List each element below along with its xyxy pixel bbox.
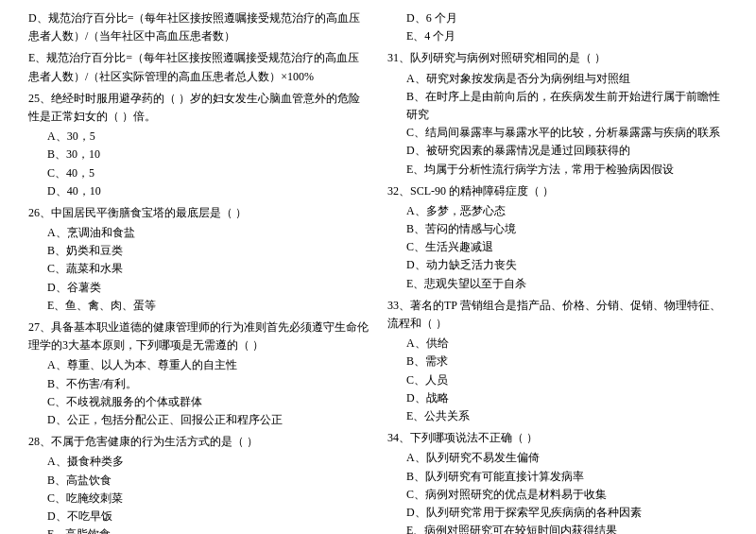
q26-c: C、蔬菜和水果 (47, 260, 369, 278)
question-33: 33、著名的TP 营销组合是指产品、价格、分销、促销、物理特征、流程和（ ） A… (387, 297, 728, 425)
intro-e-block: E、规范治疗百分比=（每年社区接按照遵嘱接受规范治疗的高血压患者人数）/（社区实… (28, 49, 369, 85)
q31-e: E、均属于分析性流行病学方法，常用于检验病因假设 (406, 161, 728, 179)
q31-b: B、在时序上是由前向后的，在疾病发生前开始进行属于前瞻性研究 (406, 88, 728, 124)
q31-title: 31、队列研究与病例对照研究相同的是（ ） (387, 49, 728, 67)
q30-de-block: D、6 个月 E、4 个月 (387, 9, 728, 45)
q33-d: D、战略 (406, 389, 728, 407)
q32-title: 32、SCL-90 的精神障碍症度（ ） (387, 182, 728, 200)
right-column: D、6 个月 E、4 个月 31、队列研究与病例对照研究相同的是（ ） A、研究… (387, 9, 728, 534)
question-32: 32、SCL-90 的精神障碍症度（ ） A、多梦，恶梦心态 B、苦闷的情感与心… (387, 182, 728, 293)
intro-e-text: E、规范治疗百分比=（每年社区接按照遵嘱接受规范治疗的高血压患者人数）/（社区实… (28, 51, 359, 82)
q32-e: E、悲观失望以至于自杀 (406, 275, 728, 293)
q34-title: 34、下列哪项说法不正确（ ） (387, 429, 728, 447)
q33-e: E、公共关系 (406, 407, 728, 425)
intro-d-block: D、规范治疗百分比=（每年社区接按照遵嘱接受规范治疗的高血压患者人数）/（当年社… (28, 9, 369, 45)
question-34: 34、下列哪项说法不正确（ ） A、队列研究不易发生偏倚 B、队列研究有可能直接… (387, 429, 728, 534)
question-27: 27、具备基本职业道德的健康管理师的行为准则首先必须遵守生命伦理学的3大基本原则… (28, 319, 369, 429)
q26-b: B、奶类和豆类 (47, 242, 369, 260)
q28-a: A、摄食种类多 (47, 453, 369, 471)
q26-e: E、鱼、禽、肉、蛋等 (47, 297, 369, 315)
q25-b: B、30，10 (47, 146, 369, 164)
q33-options: A、供给 B、需求 C、人员 D、战略 E、公共关系 (387, 335, 728, 425)
q31-options: A、研究对象按发病是否分为病例组与对照组 B、在时序上是由前向后的，在疾病发生前… (387, 70, 728, 179)
q33-title: 33、著名的TP 营销组合是指产品、价格、分销、促销、物理特征、流程和（ ） (387, 297, 728, 333)
content-columns: D、规范治疗百分比=（每年社区接按照遵嘱接受规范治疗的高血压患者人数）/（当年社… (28, 9, 728, 534)
q34-d: D、队列研究常用于探索罕见疾病病的各种因素 (406, 504, 728, 522)
question-31: 31、队列研究与病例对照研究相同的是（ ） A、研究对象按发病是否分为病例组与对… (387, 49, 728, 178)
q26-options: A、烹调油和食盐 B、奶类和豆类 C、蔬菜和水果 D、谷薯类 E、鱼、禽、肉、蛋… (28, 224, 369, 315)
intro-d-text: D、规范治疗百分比=（每年社区接按照遵嘱接受规范治疗的高血压患者人数）/（当年社… (28, 11, 360, 43)
q25-options: A、30，5 B、30，10 C、40，5 D、40，10 (28, 128, 369, 200)
q33-a: A、供给 (406, 335, 728, 353)
left-column: D、规范治疗百分比=（每年社区接按照遵嘱接受规范治疗的高血压患者人数）/（当年社… (28, 9, 369, 534)
q30-de-options: D、6 个月 E、4 个月 (387, 9, 728, 45)
q27-b: B、不伤害/有利。 (47, 375, 369, 393)
q31-d: D、被研究因素的暴露情况是通过回顾获得的 (406, 142, 728, 160)
q27-title: 27、具备基本职业道德的健康管理师的行为准则首先必须遵守生命伦理学的3大基本原则… (28, 319, 369, 354)
q32-b: B、苦闷的情感与心境 (406, 220, 728, 238)
q25-c: C、40，5 (47, 164, 369, 182)
question-25: 25、绝经时时服用避孕药的（ ）岁的妇女发生心脑血管意外的危险性是正常妇女的（ … (28, 90, 369, 200)
question-26: 26、中国居民平衡膳食宝塔的最底层是（ ） A、烹调油和食盐 B、奶类和豆类 C… (28, 204, 369, 315)
q34-a: A、队列研究不易发生偏倚 (406, 449, 728, 467)
q27-options: A、尊重、以人为本、尊重人的自主性 B、不伤害/有利。 C、不歧视就服务的个体或… (28, 356, 369, 429)
q30-d: D、6 个月 (406, 9, 728, 27)
q33-b: B、需求 (406, 353, 728, 370)
q32-c: C、生活兴趣减退 (406, 238, 728, 256)
q34-e: E、病例对照研究可在较短时间内获得结果 (406, 522, 728, 534)
q33-c: C、人员 (406, 371, 728, 389)
q32-d: D、动力缺乏活力丧失 (406, 256, 728, 274)
q26-title: 26、中国居民平衡膳食宝塔的最底层是（ ） (28, 204, 369, 222)
q25-title: 25、绝经时时服用避孕药的（ ）岁的妇女发生心脑血管意外的危险性是正常妇女的（ … (28, 90, 369, 126)
q30-e: E、4 个月 (406, 27, 728, 45)
q34-options: A、队列研究不易发生偏倚 B、队列研究有可能直接计算发病率 C、病例对照研究的优… (387, 449, 728, 534)
q25-d: D、40，10 (47, 182, 369, 200)
q27-a: A、尊重、以人为本、尊重人的自主性 (47, 356, 369, 374)
q32-options: A、多梦，恶梦心态 B、苦闷的情感与心境 C、生活兴趣减退 D、动力缺乏活力丧失… (387, 202, 728, 293)
q34-c: C、病例对照研究的优点是材料易于收集 (406, 486, 728, 504)
q31-a: A、研究对象按发病是否分为病例组与对照组 (406, 70, 728, 88)
question-28: 28、不属于危害健康的行为生活方式的是（ ） A、摄食种类多 B、高盐饮食 C、… (28, 433, 369, 534)
q32-a: A、多梦，恶梦心态 (406, 202, 728, 220)
q34-b: B、队列研究有可能直接计算发病率 (406, 468, 728, 486)
q28-options: A、摄食种类多 B、高盐饮食 C、吃腌绞刺菜 D、不吃早饭 E、高脂饮食 (28, 453, 369, 534)
q26-a: A、烹调油和食盐 (47, 224, 369, 242)
q31-c: C、结局间暴露率与暴露水平的比较，分析暴露露与疾病的联系 (406, 124, 728, 142)
q27-d: D、公正，包括分配公正、回报公正和程序公正 (47, 411, 369, 429)
q28-d: D、不吃早饭 (47, 508, 369, 525)
q26-d: D、谷薯类 (47, 279, 369, 297)
q28-title: 28、不属于危害健康的行为生活方式的是（ ） (28, 433, 369, 451)
q28-c: C、吃腌绞刺菜 (47, 490, 369, 508)
q25-a: A、30，5 (47, 128, 369, 146)
q27-c: C、不歧视就服务的个体或群体 (47, 393, 369, 411)
q28-b: B、高盐饮食 (47, 472, 369, 490)
q28-e: E、高脂饮食 (47, 525, 369, 534)
page: D、规范治疗百分比=（每年社区接按照遵嘱接受规范治疗的高血压患者人数）/（当年社… (28, 9, 728, 534)
